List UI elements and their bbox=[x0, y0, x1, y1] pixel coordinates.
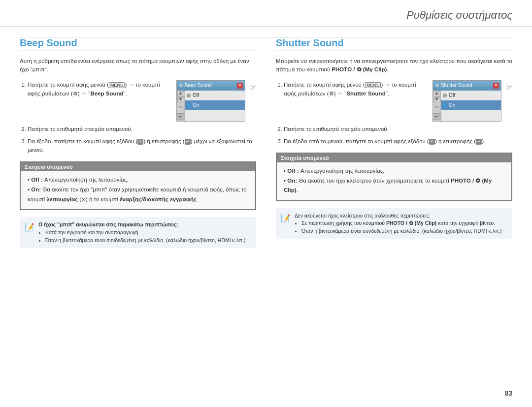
shutter-step-1-text: Πατήστε το κουμπί αφής μενού (MENU) → το… bbox=[284, 80, 428, 98]
beep-dialog-wrapper: ⚙ Beep Sound ✕ ▲ ▼ 1/1 ↩ bbox=[176, 80, 256, 122]
beep-sound-title: Beep Sound bbox=[20, 37, 256, 51]
beep-off-icon bbox=[187, 94, 191, 97]
shutter-hand-icon: ☞ bbox=[505, 81, 512, 94]
shutter-step-2: Πατήστε το επιθυμητό στοιχείο υπομενού. bbox=[284, 125, 512, 133]
beep-sound-steps: Πατήστε το κουμπί αφής μενού (MENU) → το… bbox=[20, 80, 256, 155]
beep-back-icon: ↩ bbox=[185, 139, 191, 145]
shutter-step-1-content: Πατήστε το κουμπί αφής μενού (MENU) → το… bbox=[284, 80, 512, 122]
beep-dialog-rows: Off On bbox=[185, 91, 245, 122]
beep-sound-intro: Αυτή η ρύθμιση υποδεικνύει ενέργειες όπω… bbox=[20, 57, 256, 74]
shutter-dialog-titlebar: ⚙ Shutter Sound ✕ bbox=[433, 81, 501, 91]
shutter-step-1: Πατήστε το κουμπί αφής μενού (MENU) → το… bbox=[284, 80, 512, 122]
shutter-row-off[interactable]: Off bbox=[441, 91, 501, 100]
shutter-on-label: On bbox=[449, 101, 455, 109]
shutter-sound-section: Shutter Sound Μπορείτε να ενεργοποιήσετε… bbox=[276, 37, 512, 248]
beep-on-icon bbox=[187, 103, 191, 107]
beep-nav-up[interactable]: ▲ bbox=[177, 92, 184, 96]
beep-nav-down[interactable]: ▼ bbox=[177, 97, 184, 102]
shutter-sub-on: • On: Θα ακούτε τον ήχο κλείστρου όταν χ… bbox=[284, 176, 504, 195]
shutter-back-icon: ↩ bbox=[476, 139, 482, 145]
beep-step-1-content: Πατήστε το κουμπί αφής μενού (MENU) → το… bbox=[28, 80, 256, 122]
beep-off-label: Off bbox=[193, 92, 199, 99]
beep-row-on[interactable]: On bbox=[185, 100, 245, 110]
beep-pagination: 1/1 bbox=[178, 104, 183, 111]
beep-note-box: 📝 Ο ήχος "μπιπ" ακυρώνεται στις παρακάτω… bbox=[20, 217, 256, 248]
beep-on-label: On bbox=[193, 101, 199, 109]
beep-dialog-close[interactable]: ✕ bbox=[237, 83, 243, 89]
shutter-dialog-close[interactable]: ✕ bbox=[493, 83, 499, 89]
shutter-step-3: Για έξοδο από το μενού, πατήστε το κουμπ… bbox=[284, 137, 512, 146]
page-number: 83 bbox=[504, 389, 512, 397]
shutter-submenu-box: Στοιχεία υπομενού • Off : Απενεργοποίηση… bbox=[276, 153, 512, 201]
page-title: Ρυθμίσεις συστήματος bbox=[406, 9, 512, 21]
beep-dialog-title: ⚙ Beep Sound bbox=[179, 82, 212, 90]
shutter-note-item-1: Σε περίπτωση χρήσης του κουμπιού PHOTO /… bbox=[301, 219, 507, 227]
beep-row-off[interactable]: Off bbox=[185, 91, 245, 100]
beep-sub-on: • On: Θα ακούτε τον ήχο "μπιπ" όταν χρησ… bbox=[28, 185, 248, 204]
beep-hand-icon: ☞ bbox=[249, 81, 256, 94]
beep-sub-off: • Off : Απενεργοποίηση της λειτουργίας. bbox=[28, 175, 248, 185]
shutter-dialog-body: ▲ ▼ 1/1 ↩ bbox=[433, 91, 501, 122]
beep-submenu-title: Στοιχεία υπομενού bbox=[21, 162, 255, 171]
beep-note-item-2: Όταν η βιντεοκάμερα είναι συνδεδεμένη με… bbox=[45, 237, 251, 245]
page-header: Ρυθμίσεις συστήματος bbox=[0, 0, 532, 27]
shutter-pagination: 1/1 bbox=[434, 104, 439, 111]
beep-dialog: ⚙ Beep Sound ✕ ▲ ▼ 1/1 ↩ bbox=[176, 80, 245, 122]
beep-exit-icon: ✕ bbox=[137, 139, 143, 145]
shutter-row-on[interactable]: On bbox=[441, 100, 501, 110]
shutter-sound-title: Shutter Sound bbox=[276, 37, 512, 51]
beep-note-title: Ο ήχος "μπιπ" ακυρώνεται στις παρακάτω π… bbox=[38, 221, 178, 227]
shutter-on-icon bbox=[443, 103, 447, 107]
shutter-off-label: Off bbox=[449, 92, 455, 99]
shutter-sound-steps: Πατήστε το κουμπί αφής μενού (MENU) → το… bbox=[276, 80, 512, 146]
beep-step-1: Πατήστε το κουμπί αφής μενού (MENU) → το… bbox=[28, 80, 256, 122]
shutter-note-icon: 📝 bbox=[281, 213, 291, 235]
beep-sound-section: Beep Sound Αυτή η ρύθμιση υποδεικνύει εν… bbox=[20, 37, 256, 248]
shutter-dialog-wrapper: ⚙ Shutter Sound ✕ ▲ ▼ 1/1 bbox=[432, 80, 512, 122]
menu-kbd: MENU bbox=[109, 82, 125, 88]
shutter-nav-down[interactable]: ▼ bbox=[433, 97, 440, 102]
shutter-note-intro: Δεν ακούγεται ήχος κλείστρου στις ακόλου… bbox=[295, 213, 430, 219]
beep-note-content: Ο ήχος "μπιπ" ακυρώνεται στις παρακάτω π… bbox=[38, 221, 251, 244]
shutter-off-icon bbox=[443, 94, 447, 97]
beep-note-list: Κατά την εγγραφή και την αναπαραγωγή Ότα… bbox=[45, 229, 251, 245]
beep-dialog-body: ▲ ▼ 1/1 ↩ bbox=[177, 91, 245, 122]
beep-submenu-box: Στοιχεία υπομενού • Off : Απενεργοποίηση… bbox=[20, 161, 256, 210]
shutter-dialog: ⚙ Shutter Sound ✕ ▲ ▼ 1/1 bbox=[432, 80, 501, 122]
shutter-exit-icon: ✕ bbox=[429, 139, 435, 145]
beep-step-2: Πατήστε το επιθυμητό στοιχείο υπομενού. bbox=[28, 125, 256, 133]
shutter-sound-intro: Μπορείτε να ενεργοποιήσετε ή να απενεργο… bbox=[276, 57, 512, 74]
beep-step-1-text: Πατήστε το κουμπί αφής μενού (MENU) → το… bbox=[28, 80, 171, 98]
shutter-note-box: 📝 Δεν ακούγεται ήχος κλείστρου στις ακόλ… bbox=[276, 208, 512, 239]
shutter-back-btn[interactable]: ↩ bbox=[432, 113, 441, 120]
shutter-menu-kbd: MENU bbox=[365, 82, 381, 88]
shutter-submenu-items: • Off : Απενεργοποίηση της λειτουργίας. … bbox=[284, 166, 504, 195]
beep-note-item-1: Κατά την εγγραφή και την αναπαραγωγή bbox=[45, 229, 251, 237]
beep-note-icon: 📝 bbox=[25, 221, 34, 244]
beep-back-btn[interactable]: ↩ bbox=[176, 113, 185, 120]
shutter-note-item-2: Όταν η βιντεοκάμερα είναι συνδεδεμένη με… bbox=[301, 227, 507, 235]
main-content: Beep Sound Αυτή η ρύθμιση υποδεικνύει εν… bbox=[0, 37, 532, 248]
shutter-dialog-title: ⚙ Shutter Sound bbox=[435, 82, 472, 90]
beep-dialog-titlebar: ⚙ Beep Sound ✕ bbox=[177, 81, 245, 91]
beep-step-3: Για έξοδο, πατήστε το κουμπί αφής εξόδου… bbox=[28, 137, 256, 155]
shutter-note-list: Σε περίπτωση χρήσης του κουμπιού PHOTO /… bbox=[301, 219, 507, 235]
shutter-dialog-rows: Off On bbox=[441, 91, 501, 122]
shutter-note-content: Δεν ακούγεται ήχος κλείστρου στις ακόλου… bbox=[295, 212, 507, 235]
shutter-sub-off: • Off : Απενεργοποίηση της λειτουργίας. bbox=[284, 166, 504, 176]
beep-submenu-items: • Off : Απενεργοποίηση της λειτουργίας. … bbox=[28, 175, 248, 204]
shutter-submenu-title: Στοιχεία υπομενού bbox=[277, 154, 511, 162]
shutter-nav-up[interactable]: ▲ bbox=[433, 92, 440, 96]
